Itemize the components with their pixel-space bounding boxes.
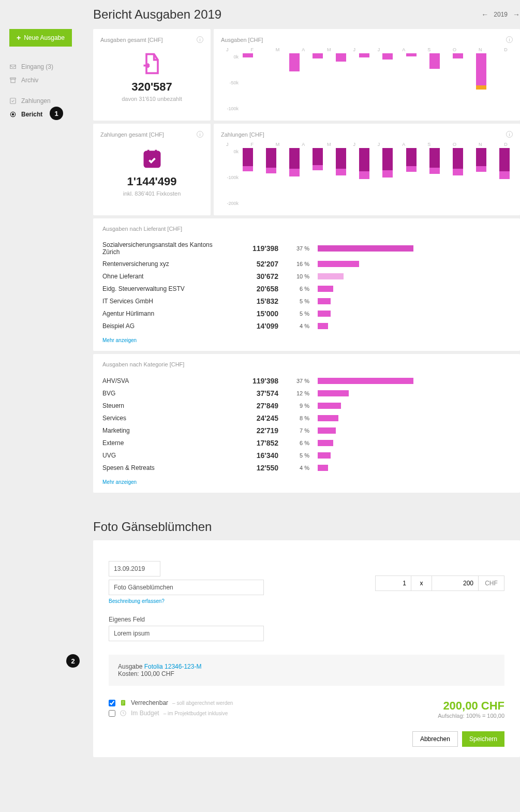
list-bar [318,403,341,409]
list-value: 16'340 [232,451,278,460]
list-name: Spesen & Retreats [102,464,227,471]
list-row: IT Services GmbH15'8325 % [102,295,511,307]
list-pct: 5 % [284,298,309,304]
ausgaben-total-sub: davon 31'610 unbezahlt [100,96,203,102]
new-ausgabe-button[interactable]: + Neue Ausgabe [9,29,72,47]
card-zahlungen-chart: Zahlungen [CHF] i JFMAMJJASOND0k-100k-20… [214,124,520,215]
list-name: Agentur Hürlimann [102,310,227,317]
description-link[interactable]: Beschreibung erfassen? [109,598,165,604]
annotation-badge-2: 2 [66,654,80,668]
zahlungen-total-sub: inkl. 836'401 Fixkosten [100,190,203,197]
svg-rect-5 [144,152,159,167]
mail-icon [9,63,17,70]
list-pct: 16 % [284,261,309,267]
list-value: 15'832 [232,297,278,305]
list-pct: 4 % [284,323,309,329]
year-nav: ← 2019 → [481,10,520,19]
info-icon[interactable]: i [197,131,203,138]
title-input[interactable] [109,580,264,595]
list-value: 20'658 [232,285,278,293]
list-row: Services24'2458 % [102,412,511,424]
list-row: Rentenversicherung xyz52'20716 % [102,258,511,270]
list-pct: 7 % [284,427,309,434]
list-pct: 10 % [284,273,309,279]
lieferant-header: Ausgaben nach Lieferant [CHF] [102,226,511,232]
linked-expense-ref[interactable]: Fotolia 12346-123-M [144,663,202,670]
list-bar [318,465,328,471]
target-icon [9,111,17,118]
custom-field-input[interactable] [109,626,264,641]
card-ausgaben-chart: Ausgaben [CHF] i JFMAMJJASOND0k-50k-100k [214,29,520,121]
plus-icon: + [17,34,21,42]
list-row: UVG16'3405 % [102,449,511,462]
info-icon[interactable]: i [197,36,203,43]
list-value: 30'672 [232,272,278,280]
list-value: 14'099 [232,322,278,330]
list-name: Marketing [102,427,227,434]
op-input[interactable] [411,575,432,591]
cancel-button[interactable]: Abbrechen [412,731,458,747]
lieferant-more-link[interactable]: Mehr anzeigen [102,337,137,343]
svg-rect-2 [10,98,16,104]
budget-hint: – im Projektbudget inklusive [164,711,228,716]
list-pct: 5 % [284,311,309,317]
list-row: BVG37'57412 % [102,387,511,400]
list-name: Externe [102,439,227,447]
list-pct: 5 % [284,452,309,459]
date-input[interactable] [109,561,160,577]
receipt-icon [120,699,127,706]
card-ausgaben-chart-header: Ausgaben [CHF] [221,37,263,43]
list-bar [318,261,359,267]
list-row: Ohne Lieferant30'67210 % [102,270,511,283]
billable-checkbox[interactable] [109,700,115,706]
list-row: Marketing22'7197 % [102,424,511,437]
kategorie-more-link[interactable]: Mehr anzeigen [102,479,137,485]
list-pct: 37 % [284,245,309,252]
list-value: 17'852 [232,439,278,447]
list-value: 15'000 [232,309,278,318]
currency-input[interactable] [479,575,504,591]
list-row: Externe17'8526 % [102,437,511,449]
sidebar-item-bericht[interactable]: Bericht 1 [9,108,85,121]
year-prev-arrow-icon[interactable]: ← [481,10,488,19]
card-ausgaben-total: Ausgaben gesamt [CHF] i 320'587 davon 31… [93,29,211,121]
list-pct: 4 % [284,465,309,471]
year-next-arrow-icon[interactable]: → [513,10,520,19]
list-name: Rentenversicherung xyz [102,260,227,268]
budget-label: Im Budget [131,710,159,717]
save-button[interactable]: Speichern [462,731,504,747]
list-value: 119'398 [232,377,278,385]
list-name: Services [102,415,227,422]
card-zahlungen-chart-header: Zahlungen [CHF] [221,131,264,138]
calendar-check-icon [141,147,164,170]
list-bar [318,427,336,434]
list-name: Ohne Lieferant [102,273,227,280]
price-input[interactable] [432,575,479,591]
new-ausgabe-label: Neue Ausgabe [24,34,65,41]
sidebar-item-eingang[interactable]: Eingang (3) [9,60,85,73]
sidebar-item-zahlungen[interactable]: Zahlungen [9,94,85,108]
list-name: AHV/SVA [102,377,227,385]
list-bar [318,415,338,421]
list-value: 52'207 [232,260,278,268]
list-bar [318,286,333,292]
form-title: Foto Gänseblümchen [93,513,520,540]
linked-expense-cost: Kosten: 100,00 CHF [118,670,495,677]
list-row: AHV/SVA119'39837 % [102,375,511,387]
qty-input[interactable] [375,575,411,591]
list-pct: 37 % [284,378,309,384]
info-icon[interactable]: i [506,36,513,43]
total-sub: Aufschlag: 100% = 100,00 [438,713,504,719]
sidebar-item-archiv[interactable]: Archiv [9,73,85,87]
svg-point-4 [12,113,14,115]
list-bar [318,323,328,329]
page-title: Bericht Ausgaben 2019 [93,7,221,22]
annotation-badge-1: 1 [50,107,63,120]
sidebar-item-label: Archiv [21,77,38,84]
zahlungen-total-value: 1'144'499 [100,175,203,188]
list-row: Agentur Hürlimann15'0005 % [102,307,511,320]
list-bar [318,273,344,279]
budget-checkbox[interactable] [109,710,115,717]
info-icon[interactable]: i [506,131,513,138]
card-zahlungen-total: Zahlungen gesamt [CHF] i 1'144'499 inkl.… [93,124,211,215]
